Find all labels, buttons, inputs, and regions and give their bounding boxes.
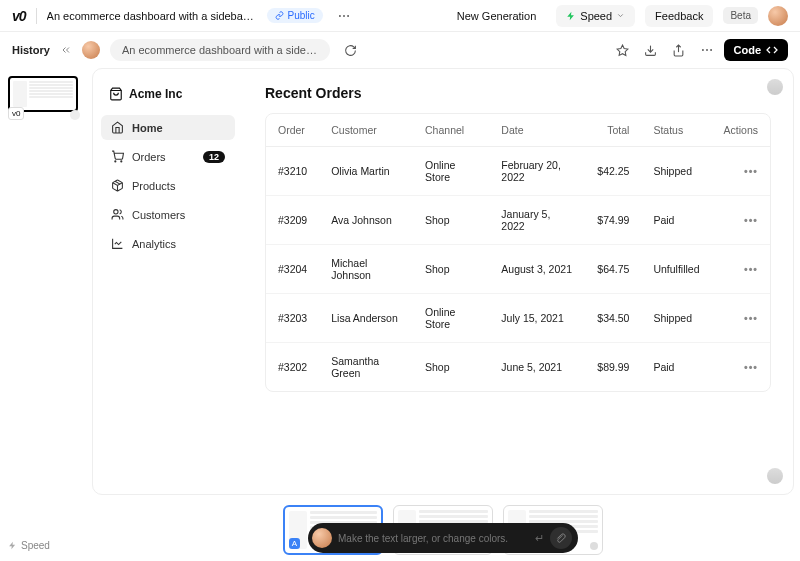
- download-button[interactable]: [640, 39, 662, 61]
- code-label: Code: [734, 44, 762, 56]
- svg-point-3: [701, 49, 703, 51]
- more-menu[interactable]: [333, 5, 355, 27]
- sidebar-item-orders[interactable]: Orders 12: [101, 144, 235, 169]
- col-actions: Actions: [712, 114, 770, 147]
- code-button[interactable]: Code: [724, 39, 789, 61]
- top-corner-placeholder-avatar: [767, 79, 783, 95]
- speed-button[interactable]: Speed: [556, 5, 635, 27]
- bolt-icon: [8, 541, 17, 550]
- col-customer: Customer: [319, 114, 413, 147]
- table-row: #3203Lisa AndersonOnline StoreJuly 15, 2…: [266, 294, 770, 343]
- row-actions-button[interactable]: •••: [744, 312, 758, 324]
- sidebar-item-products[interactable]: Products: [101, 173, 235, 198]
- cell-channel: Shop: [413, 245, 489, 294]
- orders-table: Order Customer Channel Date Total Status…: [265, 113, 771, 392]
- code-icon: [766, 44, 778, 56]
- resize-handle[interactable]: [767, 468, 783, 484]
- cell-customer: Samantha Green: [319, 343, 413, 392]
- attachment-icon: [556, 533, 567, 544]
- preview-more-button[interactable]: [696, 39, 718, 61]
- link-icon: [275, 11, 284, 20]
- cell-date: August 3, 2021: [489, 245, 585, 294]
- chart-icon: [111, 237, 124, 250]
- chevron-down-icon: [616, 11, 625, 20]
- history-speed-tag: Speed: [8, 540, 50, 551]
- svg-point-2: [347, 15, 349, 17]
- favorite-button[interactable]: [612, 39, 634, 61]
- dots-horizontal-icon: [337, 9, 351, 23]
- public-label: Public: [288, 10, 315, 21]
- prompt-avatar: [312, 528, 332, 548]
- brand-label: Acme Inc: [129, 87, 182, 101]
- sidebar-item-analytics[interactable]: Analytics: [101, 231, 235, 256]
- home-icon: [111, 121, 124, 134]
- row-actions-button[interactable]: •••: [744, 214, 758, 226]
- thumb-status-dot: [70, 110, 80, 120]
- cell-customer: Lisa Anderson: [319, 294, 413, 343]
- share-icon: [672, 44, 685, 57]
- public-badge[interactable]: Public: [267, 8, 323, 23]
- divider: [36, 8, 37, 24]
- preview-canvas: Acme Inc Home Orders 12 Products: [92, 68, 794, 495]
- history-panel: v0 Speed: [0, 68, 86, 561]
- page-title: Recent Orders: [265, 85, 771, 101]
- table-row: #3202Samantha GreenShopJune 5, 2021$89.9…: [266, 343, 770, 392]
- svg-point-5: [710, 49, 712, 51]
- new-generation-button[interactable]: New Generation: [447, 5, 547, 27]
- attach-button[interactable]: [550, 527, 572, 549]
- cell-total: $64.75: [585, 245, 641, 294]
- regenerate-button[interactable]: [340, 39, 362, 61]
- sidebar-item-home[interactable]: Home: [101, 115, 235, 140]
- table-row: #3209Ava JohnsonShopJanuary 5, 2022$74.9…: [266, 196, 770, 245]
- users-icon: [111, 208, 124, 221]
- svg-point-0: [339, 15, 341, 17]
- svg-point-7: [121, 161, 122, 162]
- share-button[interactable]: [668, 39, 690, 61]
- cell-total: $34.50: [585, 294, 641, 343]
- feedback-button[interactable]: Feedback: [645, 5, 713, 27]
- dashboard-main: Recent Orders Order Customer Channel Dat…: [243, 69, 793, 494]
- table-header-row: Order Customer Channel Date Total Status…: [266, 114, 770, 147]
- cell-date: June 5, 2021: [489, 343, 585, 392]
- svg-point-8: [114, 210, 118, 214]
- cell-status: Paid: [641, 196, 711, 245]
- row-actions-button[interactable]: •••: [744, 165, 758, 177]
- cell-channel: Online Store: [413, 147, 489, 196]
- svg-point-6: [115, 161, 116, 162]
- dashboard-sidebar: Acme Inc Home Orders 12 Products: [93, 69, 243, 494]
- cell-status: Shipped: [641, 294, 711, 343]
- cell-order: #3202: [266, 343, 319, 392]
- cell-customer: Ava Johnson: [319, 196, 413, 245]
- sidebar-item-label: Home: [132, 122, 163, 134]
- star-icon: [616, 44, 629, 57]
- cell-total: $74.99: [585, 196, 641, 245]
- svg-point-4: [706, 49, 708, 51]
- thumb-version-tag: v0: [8, 107, 24, 120]
- table-row: #3204Michael JohnsonShopAugust 3, 2021$6…: [266, 245, 770, 294]
- collapse-history-button[interactable]: [60, 44, 72, 56]
- col-date: Date: [489, 114, 585, 147]
- history-thumbnail[interactable]: v0: [8, 76, 78, 112]
- sidebar-item-label: Customers: [132, 209, 185, 221]
- sidebar-item-customers[interactable]: Customers: [101, 202, 235, 227]
- prompt-input[interactable]: [338, 533, 529, 544]
- col-total: Total: [585, 114, 641, 147]
- logo[interactable]: v0: [12, 8, 26, 24]
- prompt-summary[interactable]: An ecommerce dashboard with a sidebar na…: [110, 39, 330, 61]
- project-title[interactable]: An ecommerce dashboard with a sidebar na…: [47, 10, 257, 22]
- cart-icon: [111, 150, 124, 163]
- context-bar: History An ecommerce dashboard with a si…: [0, 32, 800, 68]
- dashboard-brand[interactable]: Acme Inc: [101, 83, 235, 111]
- row-actions-button[interactable]: •••: [744, 263, 758, 275]
- user-avatar[interactable]: [768, 6, 788, 26]
- history-label: History: [12, 44, 50, 56]
- cell-date: July 15, 2021: [489, 294, 585, 343]
- cell-order: #3209: [266, 196, 319, 245]
- sidebar-item-label: Products: [132, 180, 175, 192]
- sidebar-item-label: Orders: [132, 151, 166, 163]
- author-avatar: [82, 41, 100, 59]
- variant-label: A: [289, 538, 300, 549]
- download-icon: [644, 44, 657, 57]
- row-actions-button[interactable]: •••: [744, 361, 758, 373]
- col-status: Status: [641, 114, 711, 147]
